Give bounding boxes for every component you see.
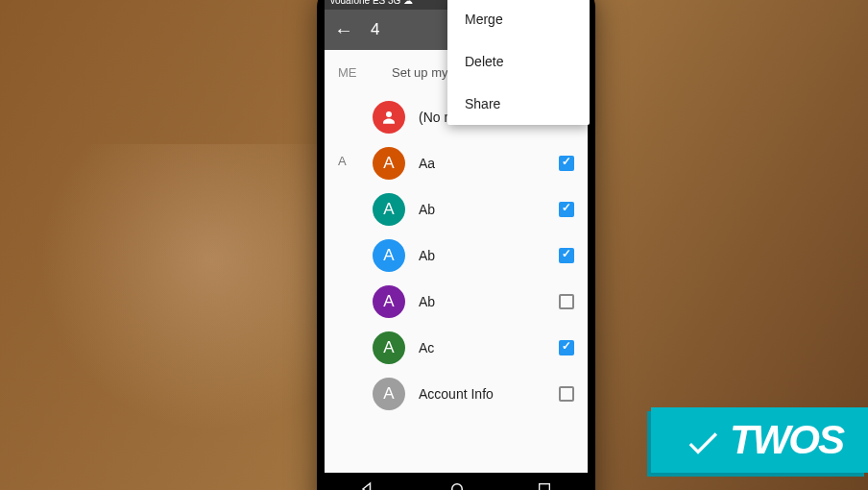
contact-name: Ab: [419, 248, 559, 263]
me-label: ME: [338, 65, 363, 80]
avatar-person-icon: [373, 101, 405, 134]
contact-row[interactable]: A Account Info: [325, 371, 588, 417]
section-letter: A: [338, 154, 347, 168]
android-navbar: [325, 473, 588, 490]
checkbox[interactable]: [559, 386, 574, 402]
contact-row[interactable]: A Ab: [325, 233, 588, 279]
badge-text: TWOS: [730, 417, 843, 462]
phone-screen: vodafone ES 3G ☁ ⏰ 📶 85% ▮ 13:48 ← 4 ME …: [325, 0, 588, 490]
checkbox[interactable]: [559, 294, 574, 309]
checkbox[interactable]: [559, 156, 574, 171]
avatar-letter: A: [373, 147, 405, 180]
contact-name: Ac: [419, 340, 559, 355]
twos-badge: TWOS: [651, 407, 868, 473]
contact-name: Aa: [419, 156, 559, 171]
nav-recents-icon[interactable]: [537, 481, 552, 490]
back-icon[interactable]: ←: [334, 19, 353, 41]
contact-name: Ab: [419, 294, 559, 309]
avatar-letter: A: [373, 193, 405, 226]
contact-row[interactable]: A Ab: [325, 186, 588, 233]
contact-list[interactable]: (No name) A A Aa A Ab A Ab A Ab: [325, 94, 588, 473]
checkbox[interactable]: [559, 202, 574, 217]
menu-item-merge[interactable]: Merge: [447, 0, 588, 40]
contact-row[interactable]: A Ac: [325, 325, 588, 371]
avatar-letter: A: [373, 378, 405, 410]
menu-item-share[interactable]: Share: [447, 83, 588, 125]
avatar-letter: A: [373, 285, 405, 318]
contact-row[interactable]: A Ab: [325, 279, 588, 325]
nav-back-icon[interactable]: [360, 480, 377, 490]
phone-frame: vodafone ES 3G ☁ ⏰ 📶 85% ▮ 13:48 ← 4 ME …: [317, 0, 595, 490]
avatar-letter: A: [373, 331, 405, 364]
checkbox[interactable]: [559, 248, 574, 263]
contact-name: Account Info: [419, 386, 559, 402]
nav-home-icon[interactable]: [448, 480, 466, 490]
carrier-text: vodafone ES 3G: [330, 0, 400, 6]
checkbox[interactable]: [559, 340, 574, 355]
selection-count: 4: [371, 20, 379, 39]
overflow-menu: Merge Delete Share: [447, 0, 588, 125]
contact-name: Ab: [419, 202, 559, 217]
svg-rect-2: [540, 484, 550, 490]
avatar-letter: A: [373, 239, 405, 272]
menu-item-delete[interactable]: Delete: [447, 40, 588, 83]
hand-shadow: [38, 144, 326, 432]
setup-profile-text: Set up my: [392, 65, 448, 80]
check-icon: [684, 424, 722, 462]
svg-point-1: [452, 484, 463, 490]
contact-row[interactable]: A A Aa: [325, 140, 588, 186]
svg-point-0: [386, 111, 392, 117]
cloud-icon: ☁: [403, 0, 413, 6]
